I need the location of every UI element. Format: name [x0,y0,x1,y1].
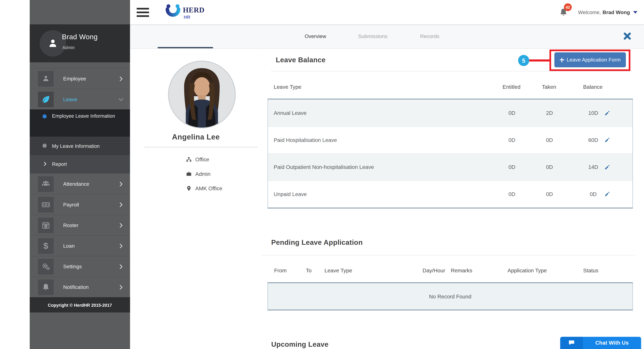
tab-submissions[interactable]: Submissions [345,24,401,48]
sidebar-copyright: Copyright © HerdHR 2015-2017 [30,297,130,312]
column-header-remarks: Remarks [447,268,476,274]
pending-leave-title: Pending Leave Application [271,238,363,247]
caret-down-icon [633,11,637,13]
chevron-right-icon [118,76,124,82]
column-header-leave-type: Leave Type [324,268,352,274]
gear-icon [38,259,54,275]
chevron-down-icon [118,96,124,103]
edit-pencil-icon[interactable] [604,164,610,170]
dollar-icon: $ [38,238,54,254]
calendar-icon [38,218,54,233]
column-header-entitled: Entitled [497,84,526,90]
chevron-right-icon [118,284,124,291]
annotation-step-badge: 5 [518,55,529,66]
divider [262,255,635,256]
leaf-icon [38,92,54,108]
notification-bell-icon[interactable]: 42 [558,8,568,17]
chevron-right-icon [118,243,124,249]
employee-department: Office [186,156,209,163]
notification-badge: 42 [564,3,572,11]
active-bullet-icon [42,114,47,118]
bell-icon [38,280,54,295]
map-pin-icon [186,186,192,192]
user-menu[interactable]: Welcome, Brad Wong [578,0,638,24]
sidebar-item-leave[interactable]: Leave [30,89,130,110]
active-tab-underline [158,47,213,48]
chevron-right-icon [118,222,124,229]
user-name: Brad Wong [602,9,630,15]
chat-with-us-button[interactable]: Chat With Us [560,337,641,349]
chevron-right-icon [118,264,124,270]
welcome-text: Welcome, [578,9,601,15]
column-header-application-type: Application Type [498,268,556,274]
plus-icon [560,58,564,62]
table-row: Paid Hospitalisation Leave 0D 0D 60D [268,126,632,154]
chevron-right-icon [118,181,124,188]
employee-name: Angelina Lee [130,133,262,142]
person-icon [47,37,59,50]
leave-balance-title: Leave Balance [276,56,326,64]
banknote-icon [38,197,54,213]
column-header-status: Status [576,268,605,274]
top-bar: HERD HR 42 Welcome, Brad Wong [130,0,644,24]
column-header-from: From [274,268,287,274]
sidebar-item-roster[interactable]: Roster [30,215,130,236]
sidebar-user-role: Admin [62,45,74,50]
sitemap-icon [186,156,192,163]
logo-title: HERD [183,6,204,14]
leave-overview-content: Leave Balance 5 Leave Application Form L… [262,48,644,349]
briefcase-icon [186,171,192,177]
sidebar-item-notification[interactable]: Notification [30,276,130,298]
sidebar: Brad Wong Admin Employee Leave Employee … [30,0,130,349]
edit-pencil-icon[interactable] [604,191,610,197]
sidebar-item-loan[interactable]: $ Loan [30,235,130,256]
table-row: Paid Outpatient Non-hospitalisation Leav… [268,154,632,180]
tab-records[interactable]: Records [402,24,457,48]
herd-hr-app: Brad Wong Admin Employee Leave Employee … [0,0,644,349]
column-header-taken: Taken [534,84,564,90]
sidebar-user-name: Brad Wong [62,33,98,41]
employee-photo [168,61,236,128]
logo-subtitle: HR [184,14,190,20]
annotation-connector [529,60,550,61]
sidebar-item-settings[interactable]: Settings [30,256,130,277]
employee-position: Admin [186,171,210,177]
chevron-right-icon [118,202,124,208]
column-header-balance: Balance [578,84,607,90]
employee-profile-panel: Angelina Lee Office Admin AMK Office [130,48,262,238]
attendance-icon [38,176,54,192]
leave-application-form-button[interactable]: Leave Application Form [554,52,626,67]
tab-bar: Overview Submissions Records [130,24,644,49]
column-header-day-hour: Day/Hour [420,268,448,274]
close-icon[interactable] [623,32,632,40]
upcoming-leave-title: Upcoming Leave [271,340,328,349]
bullet-icon [42,144,47,148]
herd-hr-logo: HERD HR [164,2,214,22]
employee-location: AMK Office [186,186,222,192]
column-header-leave-type: Leave Type [274,84,302,90]
hamburger-menu-icon[interactable] [137,8,149,17]
edit-pencil-icon[interactable] [604,137,610,143]
divider [144,147,258,148]
sidebar-item-my-leave-information[interactable]: My Leave Information [30,137,130,155]
leave-balance-table: Annual Leave 0D 2D 10D Paid Hospitalisat… [268,98,633,208]
table-row: Unpaid Leave 0D 0D 0D [268,180,632,207]
tab-overview[interactable]: Overview [288,24,343,48]
no-record-found-box: No Record Found [268,282,633,310]
divider [271,71,633,72]
sidebar-item-payroll[interactable]: Payroll [30,194,130,215]
employee-icon [38,71,54,87]
sidebar-user-panel: Brad Wong Admin [30,24,130,62]
sidebar-item-report[interactable]: Report [30,155,130,174]
chat-bubble-icon [560,337,583,349]
column-header-to: To [306,268,312,274]
sidebar-item-attendance[interactable]: Attendance [30,174,130,194]
edit-pencil-icon[interactable] [604,110,610,116]
table-row: Annual Leave 0D 2D 10D [268,100,632,126]
chevron-right-icon [42,161,48,167]
sidebar-item-employee-leave-information[interactable]: Employee Leave Information [30,109,130,137]
sidebar-item-employee[interactable]: Employee [30,68,130,89]
